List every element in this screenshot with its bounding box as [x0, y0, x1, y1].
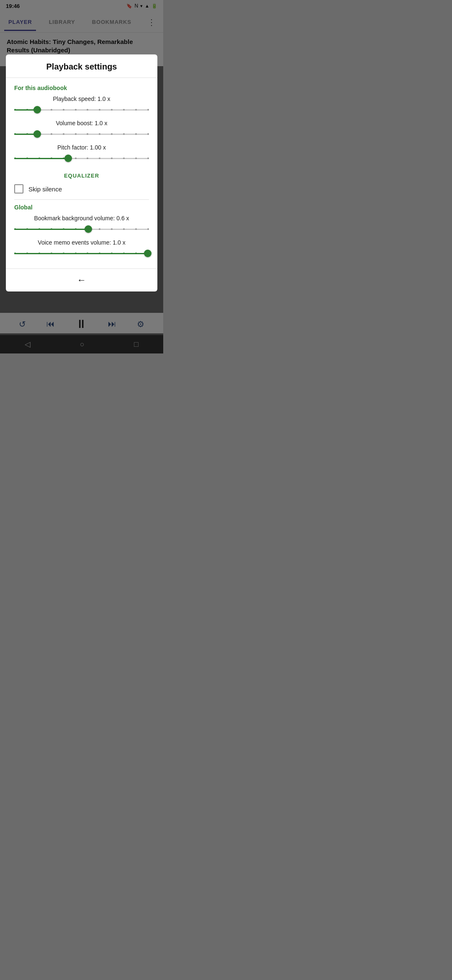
back-button[interactable]: ← — [77, 275, 86, 286]
skip-silence-checkbox[interactable] — [14, 184, 23, 193]
modal-body: For this audiobook Playback speed: 1.0 x — [6, 78, 157, 268]
bookmark-bg-volume-thumb[interactable] — [85, 225, 92, 233]
pitch-factor-thumb[interactable] — [64, 155, 72, 162]
voice-memo-volume-track — [14, 253, 149, 254]
pitch-factor-slider[interactable] — [14, 154, 149, 162]
playback-speed-row: Playback speed: 1.0 x — [14, 95, 149, 114]
pitch-factor-fill — [14, 158, 68, 159]
voice-memo-volume-thumb[interactable] — [144, 250, 152, 257]
voice-memo-volume-slider[interactable] — [14, 249, 149, 258]
playback-speed-slider[interactable] — [14, 106, 149, 114]
equalizer-button[interactable]: EQUALIZER — [14, 168, 149, 181]
volume-boost-slider[interactable] — [14, 130, 149, 138]
volume-boost-label: Volume boost: 1.0 x — [14, 120, 149, 126]
playback-speed-thumb[interactable] — [33, 106, 41, 113]
bookmark-bg-volume-track — [14, 229, 149, 230]
pitch-factor-row: Pitch factor: 1.00 x — [14, 144, 149, 162]
modal-footer: ← — [6, 268, 157, 291]
skip-silence-label: Skip silence — [28, 186, 62, 193]
section-divider — [14, 199, 149, 200]
playback-speed-track — [14, 109, 149, 111]
volume-boost-row: Volume boost: 1.0 x — [14, 120, 149, 138]
playback-settings-modal: Playback settings For this audiobook Pla… — [6, 54, 157, 291]
bookmark-bg-volume-row: Bookmark background volume: 0.6 x — [14, 215, 149, 233]
voice-memo-volume-row: Voice memo events volume: 1.0 x — [14, 239, 149, 258]
volume-boost-track — [14, 134, 149, 135]
modal-title: Playback settings — [46, 62, 117, 71]
pitch-factor-label: Pitch factor: 1.00 x — [14, 144, 149, 151]
playback-speed-label: Playback speed: 1.0 x — [14, 95, 149, 102]
bookmark-bg-volume-label: Bookmark background volume: 0.6 x — [14, 215, 149, 222]
equalizer-label[interactable]: EQUALIZER — [64, 173, 99, 179]
pitch-factor-track — [14, 158, 149, 159]
bookmark-bg-volume-slider[interactable] — [14, 225, 149, 233]
volume-boost-thumb[interactable] — [33, 130, 41, 138]
skip-silence-row[interactable]: Skip silence — [14, 184, 149, 193]
global-section-label: Global — [14, 204, 149, 211]
for-this-audiobook-label: For this audiobook — [14, 85, 149, 91]
voice-memo-volume-fill — [14, 253, 149, 254]
modal-header: Playback settings — [6, 54, 157, 78]
bookmark-bg-volume-fill — [14, 229, 88, 230]
voice-memo-volume-label: Voice memo events volume: 1.0 x — [14, 239, 149, 246]
